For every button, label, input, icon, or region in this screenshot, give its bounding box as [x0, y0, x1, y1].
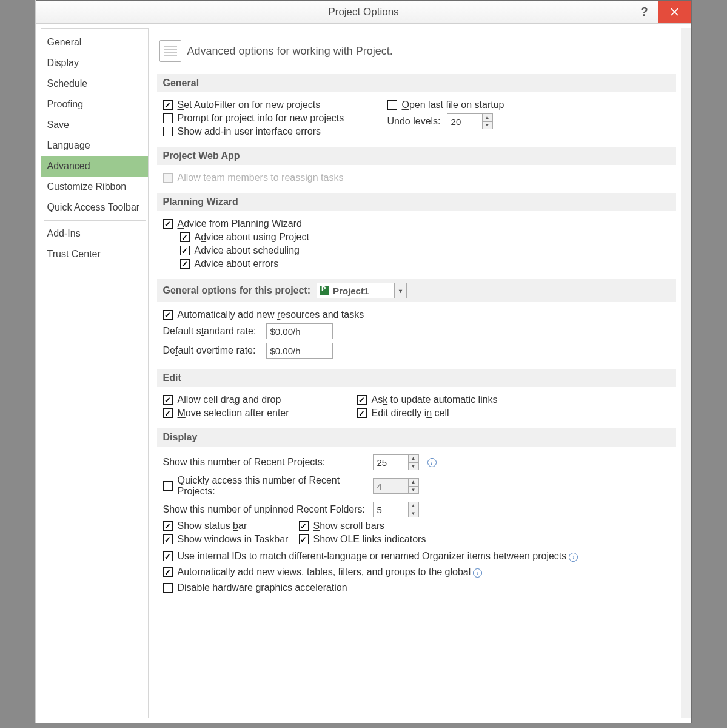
sidebar-nav: General Display Schedule Proofing Save L… — [41, 28, 149, 718]
sidebar-item-quick-access[interactable]: Quick Access Toolbar — [41, 197, 148, 218]
info-icon[interactable]: i — [473, 568, 482, 578]
recent-folders-spinner[interactable]: ▲▼ — [373, 502, 419, 517]
checkbox-box — [357, 395, 367, 405]
sidebar-item-trust-center[interactable]: Trust Center — [41, 244, 148, 265]
spinner-down[interactable]: ▼ — [483, 121, 492, 129]
spinner-up[interactable]: ▲ — [409, 455, 418, 462]
checkbox-move-selection[interactable]: Move selection after enter — [163, 406, 357, 420]
spinner-up: ▲ — [409, 479, 418, 486]
overtime-rate-input[interactable] — [266, 343, 333, 359]
options-dialog: Project Options ? General Display Schedu… — [36, 0, 692, 723]
undo-levels-spinner[interactable]: ▲▼ — [447, 113, 493, 129]
checkbox-auto-add-resources[interactable]: Automatically add new resources and task… — [163, 308, 670, 322]
checkbox-autofilter[interactable]: Set AutoFilter on for new projects — [163, 98, 357, 112]
checkbox-box — [163, 100, 173, 110]
checkbox-box — [180, 246, 190, 255]
checkbox-box — [163, 481, 173, 491]
section-header-label: General options for this project: — [163, 285, 311, 296]
checkbox-box — [163, 583, 173, 593]
checkbox-windows-taskbar[interactable]: Show windows in Taskbar — [163, 533, 299, 546]
close-icon — [671, 8, 678, 16]
standard-rate-label: Default standard rate: — [163, 326, 260, 337]
sidebar-item-save[interactable]: Save — [41, 115, 148, 135]
project-icon — [320, 286, 329, 295]
standard-rate-input[interactable] — [266, 323, 333, 339]
section-header-wizard: Planning Wizard — [157, 193, 676, 211]
quick-access-spinner: ▲▼ — [373, 478, 419, 494]
sidebar-item-language[interactable]: Language — [41, 135, 148, 156]
checkbox-edit-in-cell[interactable]: Edit directly in cell — [357, 406, 498, 420]
checkbox-box — [163, 395, 173, 405]
project-selector-text: Project1 — [332, 286, 394, 296]
recent-projects-input[interactable] — [373, 454, 408, 470]
section-header-general-project: General options for this project: Projec… — [157, 279, 676, 302]
checkbox-box — [163, 113, 173, 123]
scrollbar-thumb[interactable] — [681, 38, 691, 257]
checkbox-box — [299, 534, 309, 544]
checkbox-open-last[interactable]: Open last file on startup — [387, 98, 588, 112]
checkbox-disable-hw-accel[interactable]: Disable hardware graphics acceleration — [163, 581, 670, 595]
section-header-display: Display — [157, 428, 676, 447]
checkbox-ole-indicators[interactable]: Show OLE links indicators — [299, 533, 426, 546]
checkbox-status-bar[interactable]: Show status bar — [163, 519, 299, 533]
checkbox-scroll-bars[interactable]: Show scroll bars — [299, 519, 426, 533]
checkbox-advice-wizard[interactable]: Advice from Planning Wizard — [163, 217, 670, 231]
recent-folders-label: Show this number of unpinned Recent Fold… — [163, 504, 367, 515]
overtime-rate-label: Default overtime rate: — [163, 345, 260, 356]
checkbox-advice-errors[interactable]: Advice about errors — [180, 257, 670, 271]
spinner-down[interactable]: ▼ — [409, 510, 418, 517]
checkbox-drag-drop[interactable]: Allow cell drag and drop — [163, 393, 357, 406]
checkbox-box — [357, 408, 367, 418]
checkbox-box — [180, 259, 190, 269]
info-icon[interactable]: i — [569, 553, 578, 562]
help-button[interactable]: ? — [631, 1, 658, 23]
checkbox-advice-using[interactable]: Advice about using Project — [180, 231, 670, 244]
project-selector-dropdown[interactable]: Project1 — [317, 283, 407, 298]
content-pane: ▴ Advanced options for working with Proj… — [152, 28, 691, 718]
checkbox-advice-scheduling[interactable]: Advice about scheduling — [180, 244, 670, 257]
checkbox-box — [163, 521, 173, 531]
dropdown-button[interactable] — [394, 283, 406, 298]
checkbox-internal-ids[interactable]: Use internal IDs to match different-lang… — [163, 550, 670, 563]
section-header-edit: Edit — [157, 369, 676, 387]
spinner-down: ▼ — [409, 486, 418, 494]
checkbox-quick-access-recent[interactable]: Quickly access this number of Recent Pro… — [163, 474, 367, 498]
sidebar-item-proofing[interactable]: Proofing — [41, 94, 148, 115]
checkbox-box — [163, 127, 173, 136]
sidebar-item-schedule[interactable]: Schedule — [41, 73, 148, 94]
checkbox-box — [163, 173, 173, 183]
checkbox-box — [163, 219, 173, 229]
spinner-up[interactable]: ▲ — [483, 114, 492, 121]
checkbox-prompt-info[interactable]: Prompt for project info for new projects — [163, 112, 357, 125]
sidebar-item-general[interactable]: General — [41, 32, 148, 53]
sidebar-item-customize-ribbon[interactable]: Customize Ribbon — [41, 177, 148, 197]
recent-projects-spinner[interactable]: ▲▼ — [373, 454, 419, 470]
info-icon[interactable]: i — [427, 458, 437, 467]
undo-levels-input[interactable] — [447, 113, 482, 129]
checkbox-allow-reassign: Allow team members to reassign tasks — [163, 171, 670, 184]
window-title: Project Options — [328, 6, 398, 18]
recent-folders-input[interactable] — [373, 502, 408, 517]
sidebar-item-advanced[interactable]: Advanced — [41, 156, 148, 177]
checkbox-box — [163, 534, 173, 544]
checkbox-box — [163, 551, 173, 561]
quick-access-input — [373, 478, 408, 494]
spinner-up[interactable]: ▲ — [409, 502, 418, 510]
checkbox-box — [163, 567, 173, 577]
checkbox-addin-errors[interactable]: Show add-in user interface errors — [163, 125, 357, 138]
recent-projects-label: Show this number of Recent Projects: — [163, 457, 367, 468]
spinner-down[interactable]: ▼ — [409, 462, 418, 470]
checkbox-box — [180, 232, 190, 242]
checkbox-auto-add-views[interactable]: Automatically add new views, tables, fil… — [163, 565, 670, 579]
checkbox-ask-update-links[interactable]: Ask to update automatic links — [357, 393, 498, 406]
scroll-up-button[interactable]: ▴ — [681, 28, 691, 38]
titlebar: Project Options ? — [36, 1, 691, 24]
checkbox-box — [299, 521, 309, 531]
page-heading-text: Advanced options for working with Projec… — [187, 45, 393, 58]
checkbox-box — [163, 408, 173, 418]
sidebar-item-display[interactable]: Display — [41, 53, 148, 73]
sidebar-divider — [44, 220, 146, 221]
close-button[interactable] — [658, 1, 691, 23]
checkbox-box — [163, 310, 173, 320]
sidebar-item-addins[interactable]: Add-Ins — [41, 223, 148, 244]
